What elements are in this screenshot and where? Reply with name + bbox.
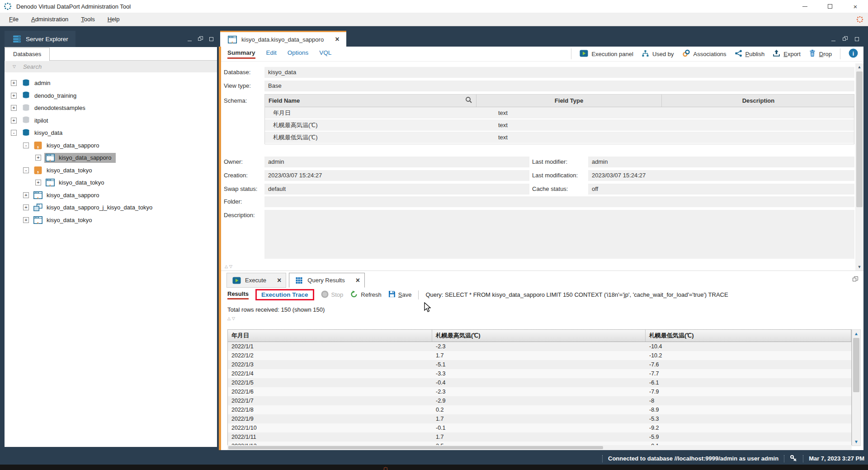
base-view-icon: , [45, 154, 55, 162]
result-row[interactable]: 2022/1/1-2.3-10.4 [228, 342, 851, 351]
results-hscrollbar[interactable] [227, 445, 852, 450]
mouse-cursor [424, 302, 432, 315]
summary-collapse-arrows[interactable]: △▽ [225, 264, 234, 269]
result-row[interactable]: 2022/1/91.7-5.3 [228, 414, 851, 423]
server-explorer-tab[interactable]: Server Explorer [5, 31, 75, 47]
filter-dropdown-icon[interactable]: ▽ [13, 64, 16, 69]
taskbar-denodo-icon[interactable] [383, 465, 388, 470]
trash-icon [809, 49, 816, 58]
tab-edit[interactable]: Edit [266, 49, 277, 59]
databases-tab[interactable]: Databases [5, 47, 50, 61]
tree-node-kisyo_data_sapporo[interactable]: +,kisyo_data_sapporo [5, 189, 217, 202]
cache-status-value: off [588, 184, 854, 195]
tree-node-kisyo_data_sapporo_j_kisyo_data_tokyo[interactable]: +kisyo_data_sapporo_j_kisyo_data_tokyo [5, 201, 217, 214]
expand-expander-icon[interactable]: + [35, 155, 41, 161]
tree-node-kisyo_data_sapporo[interactable]: +,kisyo_data_sapporo [5, 152, 217, 164]
execute-tab-close-icon[interactable]: × [277, 276, 281, 285]
info-icon[interactable]: i [849, 48, 858, 60]
window-close-button[interactable]: × [843, 0, 868, 13]
join-view-icon [33, 204, 43, 212]
tab-vql[interactable]: VQL [319, 49, 331, 59]
results-collapse-arrows[interactable]: △▽ [227, 316, 863, 321]
used-by-button[interactable]: Used by [642, 50, 674, 58]
expand-expander-icon[interactable]: + [11, 80, 17, 86]
denodo-menu-logo-icon [856, 16, 863, 23]
tree-node-kisyo_data_tokyo[interactable]: +,kisyo_data_tokyo [5, 214, 217, 227]
tree-node-denodotestsamples[interactable]: +denodotestsamples [5, 102, 217, 114]
panel-restore-icon[interactable] [198, 35, 203, 43]
expand-expander-icon[interactable]: + [23, 217, 29, 223]
export-button[interactable]: Export [773, 49, 801, 58]
query-results-tab[interactable]: Query Results × [289, 273, 365, 288]
tree-node-label: kisyo_data_sapporo_j_kisyo_data_tokyo [47, 204, 152, 211]
expand-expander-icon[interactable]: + [23, 192, 29, 198]
results-tab[interactable]: Results [227, 290, 249, 299]
tree-node-admin[interactable]: +admin [5, 77, 217, 90]
doc-restore-icon[interactable] [843, 35, 848, 43]
publish-button[interactable]: Publish [735, 50, 765, 58]
tree-node-denodo_training[interactable]: +denodo_training [5, 90, 217, 102]
query-results-tab-close-icon[interactable]: × [356, 276, 360, 285]
result-row[interactable]: 2022/1/4-3.3-7.7 [228, 369, 851, 378]
result-row[interactable]: 2022/1/7-2.9-8 [228, 396, 851, 405]
collapse-expander-icon[interactable]: - [11, 130, 17, 136]
tree-search-input[interactable]: ▽ Search [5, 61, 217, 72]
panel-maximize-icon[interactable] [209, 35, 213, 43]
tree-node-kisyo_data_tokyo[interactable]: -,kisyo_data_tokyo [5, 164, 217, 177]
menu-help[interactable]: Help [101, 16, 126, 23]
expand-expander-icon[interactable]: + [35, 180, 41, 185]
window-title: Denodo Virtual DataPort Administration T… [16, 3, 131, 10]
execution-trace-tab[interactable]: Execution Trace [261, 291, 308, 298]
expand-expander-icon[interactable]: + [11, 118, 17, 123]
database-label: Database: [224, 69, 250, 76]
drop-button[interactable]: Drop [809, 49, 832, 58]
stop-button[interactable]: Stop [321, 290, 344, 299]
expand-expander-icon[interactable]: + [11, 93, 17, 99]
document-window: , kisyo_data.kisyo_data_sapporo × Summar… [219, 31, 863, 450]
collapse-expander-icon[interactable]: - [23, 142, 29, 148]
window-minimize-button[interactable] [792, 0, 817, 13]
refresh-button[interactable]: Refresh [350, 290, 382, 299]
result-row[interactable]: 2022/1/111.7-5.9 [228, 432, 851, 442]
expand-expander-icon[interactable]: + [11, 105, 17, 111]
execution-panel-button[interactable]: Execution panel [580, 50, 633, 58]
window-maximize-button[interactable] [817, 0, 843, 13]
save-button[interactable]: Save [388, 290, 412, 299]
schema-row[interactable]: 札幌最高気温(℃)text [265, 119, 854, 132]
panel-minimize-icon[interactable] [188, 35, 192, 43]
schema-row[interactable]: 札幌最低気温(℃)text [265, 132, 854, 144]
menu-tools[interactable]: Tools [75, 16, 101, 23]
results-scrollbar[interactable]: ▲ ▼ [852, 329, 861, 446]
tab-summary[interactable]: Summary [227, 49, 255, 59]
document-tab-close-icon[interactable]: × [335, 35, 339, 43]
tree-node-kisyo_data_tokyo[interactable]: +,kisyo_data_tokyo [5, 176, 217, 189]
doc-maximize-icon[interactable] [855, 35, 859, 43]
schema-row[interactable]: 年月日text [265, 107, 854, 119]
expand-expander-icon[interactable]: + [23, 204, 29, 210]
menu-administration[interactable]: Administration [25, 16, 75, 23]
result-row[interactable]: 2022/1/21.7-10.2 [228, 351, 851, 360]
tree-node-kisyo_data_sapporo[interactable]: -,kisyo_data_sapporo [5, 139, 217, 152]
document-tab[interactable]: , kisyo_data.kisyo_data_sapporo × [220, 31, 346, 47]
result-row[interactable]: 2022/1/10-0.1-9.2 [228, 423, 851, 432]
result-row[interactable]: 2022/1/80.2-8.9 [228, 405, 851, 414]
tree-node-label: denodo_training [34, 92, 76, 99]
collapse-expander-icon[interactable]: - [23, 167, 29, 173]
menu-file[interactable]: File [3, 16, 25, 23]
panel-restore-icon[interactable] [853, 275, 858, 284]
tree-node-label: denodotestsamples [34, 104, 85, 111]
tab-options[interactable]: Options [288, 49, 309, 59]
search-icon[interactable] [465, 96, 472, 105]
doc-minimize-icon[interactable] [831, 35, 835, 43]
result-row[interactable]: 2022/1/3-5.1-7.6 [228, 360, 851, 369]
base-view-icon: , [45, 179, 55, 187]
tree-node-kisyo_data[interactable]: -kisyo_data [5, 127, 217, 139]
associations-button[interactable]: Associations [682, 49, 726, 58]
summary-scrollbar[interactable]: ▲ ▼ [855, 63, 863, 271]
creation-value: 2023/03/07 15:24:27 [264, 170, 529, 181]
svg-text:,: , [49, 156, 51, 162]
result-row[interactable]: 2022/1/6-2.3-7.9 [228, 387, 851, 396]
execute-tab[interactable]: Execute × [226, 273, 286, 288]
tree-node-itpilot[interactable]: +itpilot [5, 114, 217, 127]
result-row[interactable]: 2022/1/5-0.4-6.1 [228, 378, 851, 387]
